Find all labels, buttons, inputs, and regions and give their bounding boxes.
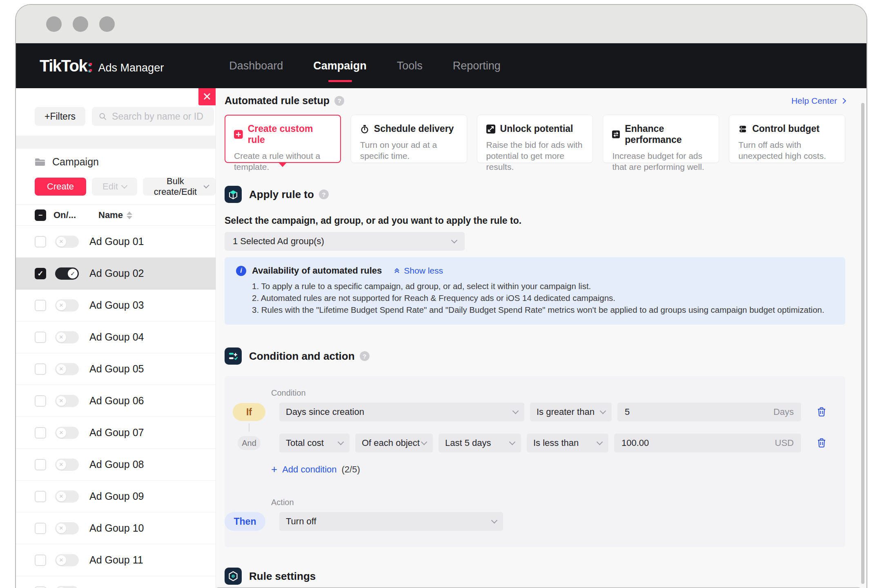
table-row[interactable]: ✕ Ad Goup 11 <box>16 544 216 576</box>
row-checkbox[interactable] <box>35 236 46 247</box>
toggle-off-icon: ✕ <box>56 332 66 342</box>
table-row[interactable]: ✕ Ad Goup 01 <box>16 226 216 258</box>
action-select[interactable]: Turn off <box>279 512 503 531</box>
search-input[interactable] <box>112 111 207 122</box>
row-toggle[interactable]: ✕ <box>55 522 79 535</box>
table-row[interactable]: ✕ Ad Goup 06 <box>16 385 216 417</box>
row-checkbox[interactable] <box>35 363 46 375</box>
time-range-select[interactable]: Last 5 days <box>439 434 521 452</box>
column-header-name[interactable]: Name <box>98 210 132 220</box>
help-center-link[interactable]: Help Center <box>791 96 845 106</box>
scope-select[interactable]: Of each object <box>355 434 433 452</box>
bulk-create-edit-button[interactable]: Bulk create/Edit <box>143 178 216 196</box>
row-toggle[interactable]: ✓ <box>55 267 79 280</box>
operator-select[interactable]: Is less than <box>527 434 608 452</box>
edit-button-label: Edit <box>102 181 118 192</box>
card-description: Turn on your ad at a specific time. <box>360 139 458 161</box>
row-checkbox[interactable] <box>35 586 46 588</box>
row-toggle[interactable]: ✕ <box>55 395 79 407</box>
sidebar-close-button[interactable]: ✕ <box>198 88 216 105</box>
help-tooltip-icon[interactable]: ? <box>334 96 344 106</box>
nav-item-reporting[interactable]: Reporting <box>453 56 501 76</box>
nav-item-tools[interactable]: Tools <box>397 56 423 76</box>
row-name: Ad Goup 07 <box>89 427 144 439</box>
table-row[interactable]: ✓ ✓ Ad Goup 02 <box>16 258 216 290</box>
select-all-checkbox[interactable]: − <box>35 209 46 221</box>
window-titlebar <box>16 5 866 43</box>
row-toggle[interactable]: ✕ <box>55 299 79 312</box>
selected-adgroups-value: 1 Selected Ad group(s) <box>233 236 324 247</box>
window-control-dot[interactable] <box>99 16 115 32</box>
condition-list-icon <box>225 347 242 365</box>
row-toggle[interactable]: ✕ <box>55 490 79 503</box>
info-item: 2. Automated rules are not supported for… <box>252 292 834 304</box>
row-toggle[interactable]: ✕ <box>55 236 79 248</box>
row-checkbox[interactable] <box>35 491 46 502</box>
row-toggle[interactable]: ✕ <box>55 363 79 375</box>
toggle-off-icon: ✕ <box>56 428 66 438</box>
metric-select[interactable]: Days since creation <box>279 403 524 421</box>
condition-row-and: And Total cost Of each object Last 5 day… <box>233 434 827 452</box>
table-row[interactable]: ✕ Ad Goup 10 <box>16 512 216 544</box>
window-control-dot[interactable] <box>46 16 62 32</box>
add-condition-button[interactable]: + Add condition (2/5) <box>271 463 827 476</box>
rule-settings-section-header: Rule settings <box>225 568 845 585</box>
row-checkbox[interactable] <box>35 300 46 311</box>
help-tooltip-icon[interactable]: ? <box>360 351 370 361</box>
metric-select[interactable]: Total cost <box>279 434 350 452</box>
template-card-create-custom-rule[interactable]: Create custom rule Create a rule without… <box>225 115 341 163</box>
template-card-enhance-performance[interactable]: Enhance performance Increase budget for … <box>603 115 719 163</box>
row-toggle[interactable]: ✕ <box>55 427 79 439</box>
chevron-down-icon <box>421 439 428 445</box>
tiktok-logo[interactable]: TikTok : Ads Manager <box>40 57 164 75</box>
delete-condition-button[interactable] <box>816 437 827 449</box>
row-toggle[interactable]: ✕ <box>55 459 79 471</box>
help-tooltip-icon[interactable]: ? <box>319 189 329 199</box>
column-header-on[interactable]: On/... <box>53 210 82 220</box>
table-row[interactable]: ✕ Ad Goup 07 <box>16 417 216 449</box>
row-toggle[interactable]: ✕ <box>55 331 79 343</box>
table-row[interactable]: ✕ Ad Goup 03 <box>16 290 216 321</box>
search-box[interactable] <box>92 107 214 126</box>
sort-icon[interactable] <box>127 212 132 219</box>
campaign-tree-item[interactable]: Campaign <box>16 149 216 174</box>
row-checkbox[interactable] <box>35 427 46 439</box>
row-name: Ad Goup 01 <box>89 236 144 247</box>
edit-button[interactable]: Edit <box>92 178 137 196</box>
threshold-input[interactable]: 100.00 USD <box>614 434 801 452</box>
availability-info-box: i Availability of automated rules Show l… <box>225 257 845 325</box>
nav-item-campaign[interactable]: Campaign <box>313 56 367 76</box>
window-control-dot[interactable] <box>73 16 88 32</box>
row-toggle[interactable]: ✕ <box>55 586 79 588</box>
filters-button[interactable]: +Filters <box>35 107 85 126</box>
delete-condition-button[interactable] <box>816 406 827 418</box>
row-toggle[interactable]: ✕ <box>55 554 79 566</box>
chevron-down-icon <box>451 237 458 243</box>
show-less-link[interactable]: Show less <box>393 266 443 276</box>
row-checkbox[interactable] <box>35 332 46 343</box>
threshold-input[interactable]: 5 Days <box>617 403 801 421</box>
section-title: Condition and action ? <box>249 350 370 363</box>
table-row[interactable]: ✕ Ad Goup 09 <box>16 481 216 512</box>
template-card-schedule-delivery[interactable]: Schedule delivery Turn on your ad at a s… <box>351 115 467 163</box>
template-card-unlock-potential[interactable]: Unlock potential Raise the bid for ads w… <box>477 115 593 163</box>
row-checkbox[interactable] <box>35 523 46 534</box>
template-card-control-budget[interactable]: Control budget Turn off ads with unexpec… <box>729 115 845 163</box>
nav-item-dashboard[interactable]: Dashboard <box>229 56 283 76</box>
row-checkbox[interactable]: ✓ <box>35 268 46 279</box>
row-checkbox[interactable] <box>35 395 46 407</box>
selected-adgroups-dropdown[interactable]: 1 Selected Ad group(s) <box>225 232 465 251</box>
row-checkbox[interactable] <box>35 555 46 566</box>
bulk-button-label: Bulk create/Edit <box>150 176 200 197</box>
table-row[interactable]: ✕ Ad Goup 04 <box>16 321 216 353</box>
page-title-text: Automated rule setup <box>225 95 330 107</box>
row-checkbox[interactable] <box>35 459 46 470</box>
table-row[interactable]: ✕ Ad Goup 05 <box>16 353 216 385</box>
table-row[interactable]: ✕ Ad Goup 08 <box>16 449 216 481</box>
table-row[interactable]: ✕ <box>16 576 216 588</box>
and-badge: And <box>238 436 261 450</box>
operator-select[interactable]: Is greater than <box>530 403 612 421</box>
vertical-scrollbar[interactable] <box>861 103 864 584</box>
row-name: Ad Goup 09 <box>89 490 144 502</box>
create-button[interactable]: Create <box>35 178 86 196</box>
